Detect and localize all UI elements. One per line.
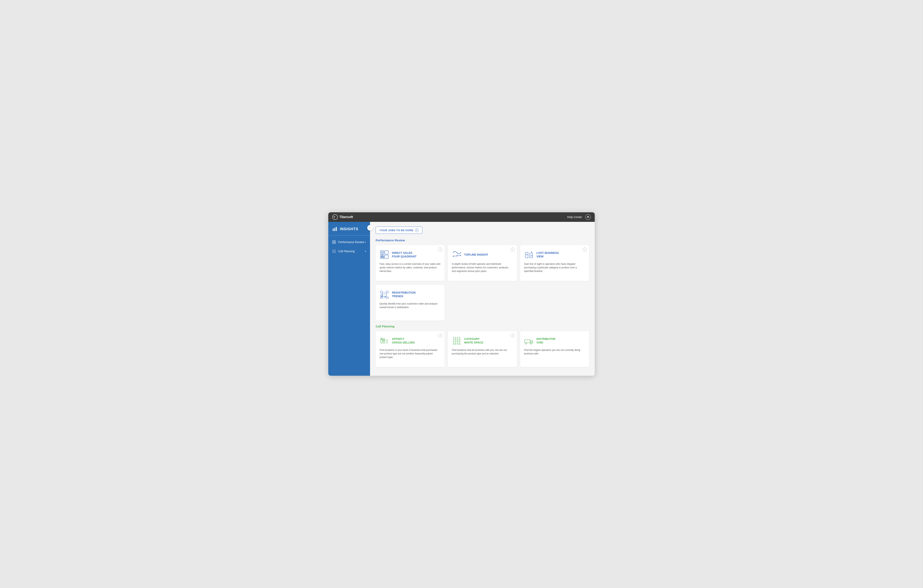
svg-point-62 — [453, 338, 454, 338]
topline-insight-card-desc: In-depth review of both operator and dis… — [452, 262, 513, 277]
svg-rect-39 — [530, 255, 531, 256]
sidebar-title-text: INSIGHTS — [340, 227, 358, 231]
category-info-btn[interactable]: i — [511, 333, 515, 338]
svg-point-67 — [455, 340, 457, 340]
svg-rect-50 — [381, 339, 383, 343]
sidebar-nav: Performance Review ▾ — [328, 238, 370, 376]
distributor-void-card-desc: Find the largest operators you are not c… — [524, 348, 585, 363]
call-planning-section: Call Planning i — [376, 325, 589, 367]
svg-rect-3 — [333, 228, 333, 231]
affinity-cross-selling-card[interactable]: i — [376, 331, 445, 367]
sidebar-item-performance-review[interactable]: Performance Review ▾ — [328, 238, 370, 247]
tibersoft-logo-icon: T — [332, 214, 338, 220]
redistribution-trends-card-title: REDISTRIBUTIONTRENDS — [392, 291, 416, 298]
svg-point-72 — [457, 342, 458, 343]
sidebar-title: INSIGHTS — [332, 227, 366, 232]
svg-point-11 — [334, 250, 335, 250]
svg-point-73 — [459, 342, 460, 343]
call-planning-chevron-icon: ▾ — [365, 250, 366, 253]
performance-review-section: Performance Review i — [376, 238, 589, 320]
lost-business-card-header: LOST BUSINESSVIEW — [524, 250, 585, 260]
category-card-desc: Find locations that do business with you… — [452, 348, 513, 363]
call-planning-nav-icon — [332, 250, 336, 253]
svg-point-71 — [455, 342, 457, 343]
category-card-header: CATEGORYWHITE SPACE — [452, 336, 513, 345]
direct-sales-card-header: DIRECT SALESFOUR QUADRANT — [379, 250, 441, 260]
svg-point-68 — [457, 340, 458, 340]
category-card-title: CATEGORYWHITE SPACE — [464, 337, 483, 344]
main-content: YOUR JOBS TO BE DONE i Performance Revie… — [370, 222, 595, 376]
svg-point-59 — [388, 342, 388, 342]
topbar-logo: T Tibersoft — [332, 214, 353, 220]
topbar-logo-text: Tibersoft — [339, 215, 353, 219]
distributor-void-icon — [524, 336, 534, 345]
help-center-link[interactable]: Help Center — [567, 215, 582, 218]
svg-rect-40 — [532, 255, 532, 256]
svg-point-30 — [457, 253, 458, 253]
category-white-space-card[interactable]: i — [448, 331, 517, 367]
topbar: T Tibersoft Help Center — [328, 212, 595, 222]
svg-rect-4 — [334, 228, 335, 231]
redistribution-trends-icon — [379, 290, 389, 299]
affinity-info-btn[interactable]: i — [438, 333, 442, 338]
svg-point-31 — [460, 252, 461, 253]
svg-point-54 — [386, 339, 387, 340]
svg-text:T: T — [333, 216, 335, 218]
performance-review-section-title: Performance Review — [376, 238, 589, 242]
svg-point-33 — [457, 255, 457, 256]
topline-insight-info-btn[interactable]: i — [511, 248, 515, 251]
sidebar-item-call-planning[interactable]: Call Planning ▾ — [328, 247, 370, 256]
svg-rect-7 — [334, 240, 336, 242]
tab-bar: YOUR JOBS TO BE DONE i — [376, 227, 589, 234]
svg-point-55 — [388, 339, 388, 340]
performance-review-cards-row1: i — [376, 245, 589, 281]
jobs-to-be-done-tab[interactable]: YOUR JOBS TO BE DONE i — [376, 227, 422, 234]
svg-point-56 — [386, 340, 387, 341]
svg-point-15 — [335, 251, 336, 252]
sidebar-item-performance-review-label: Performance Review — [338, 240, 364, 244]
topline-insight-card-header: TOPLINE INSIGHT — [452, 250, 513, 260]
lost-business-card-title: LOST BUSINESSVIEW — [537, 251, 559, 258]
user-profile-icon[interactable] — [585, 214, 591, 220]
svg-rect-38 — [527, 254, 528, 255]
performance-review-cards-row2: REDISTRIBUTIONTRENDS Quickly identify ho… — [376, 285, 589, 320]
direct-sales-icon — [379, 250, 389, 260]
svg-point-16 — [333, 252, 333, 253]
sidebar-item-performance-review-left: Performance Review — [332, 240, 364, 244]
svg-point-66 — [453, 340, 454, 340]
svg-point-10 — [333, 250, 333, 250]
direct-sales-card[interactable]: i — [376, 245, 445, 281]
svg-point-70 — [453, 342, 454, 343]
jobs-tab-info-icon[interactable]: i — [415, 228, 419, 232]
svg-point-75 — [455, 343, 457, 345]
svg-point-29 — [453, 252, 454, 253]
sidebar-collapse-button[interactable]: ‹ — [367, 225, 373, 231]
distributor-void-card[interactable]: DISTRIBUTORVOID Find the largest operato… — [520, 331, 589, 367]
lost-business-card[interactable]: i — [520, 245, 589, 281]
lost-business-icon — [524, 250, 534, 260]
direct-sales-card-desc: Fast, easy access to a current overview … — [379, 262, 441, 277]
svg-point-58 — [386, 342, 387, 342]
performance-review-nav-icon — [332, 240, 336, 244]
svg-rect-22 — [385, 255, 388, 259]
svg-rect-24 — [382, 255, 383, 258]
topline-insight-card-title: TOPLINE INSIGHT — [464, 253, 488, 256]
sidebar-title-area: INSIGHTS — [328, 227, 370, 236]
distributor-void-card-header: DISTRIBUTORVOID — [524, 336, 585, 345]
direct-sales-info-btn[interactable]: i — [438, 248, 442, 251]
affinity-icon — [379, 336, 389, 345]
redistribution-trends-card-desc: Quickly identify how your customers orde… — [379, 302, 441, 317]
svg-point-74 — [453, 343, 454, 345]
svg-point-65 — [459, 338, 460, 338]
app-wrapper: T Tibersoft Help Center ‹ — [328, 212, 595, 376]
direct-sales-card-title: DIRECT SALESFOUR QUADRANT — [392, 251, 417, 258]
svg-point-64 — [457, 338, 458, 338]
svg-rect-9 — [334, 242, 336, 244]
svg-rect-6 — [332, 240, 334, 242]
affinity-card-desc: Find locations in your book of business … — [379, 348, 441, 363]
redistribution-trends-card[interactable]: REDISTRIBUTIONTRENDS Quickly identify ho… — [376, 285, 445, 320]
sidebar: ‹ INSIGHTS — [328, 222, 370, 376]
topline-insight-card[interactable]: i — [448, 245, 517, 281]
lost-business-info-btn[interactable]: i — [583, 248, 587, 251]
svg-point-63 — [455, 338, 457, 338]
